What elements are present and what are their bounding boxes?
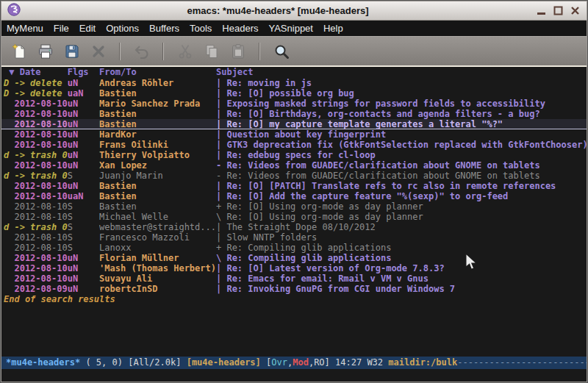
message-subject: | GTK3 deprecation fix (GtkFontSelection… — [216, 140, 587, 150]
menu-item-headers[interactable]: Headers — [217, 21, 263, 36]
message-subject: + Re: [O] Using org-mode as day planner — [216, 201, 587, 212]
message-date: 2012-08-10 — [4, 99, 68, 109]
close-button[interactable] — [88, 41, 108, 61]
message-row[interactable]: 2012-08-10SFrancesco Mazzoli| Slow NNTP … — [1, 232, 587, 243]
message-date: 2012-08-10 — [4, 109, 68, 119]
menu-item-yasnippet[interactable]: YASnippet — [263, 21, 318, 36]
message-subject: | Re: [O] Birthdays, org-contacts and ag… — [216, 109, 587, 119]
column-header-subject[interactable]: Subject — [216, 67, 587, 78]
menu-item-help[interactable]: Help — [318, 21, 348, 36]
minimize-button[interactable] — [535, 5, 547, 17]
column-header-date[interactable]: ▼ Date — [4, 67, 68, 78]
menu-item-tools[interactable]: Tools — [184, 21, 217, 36]
headers-column-header-line: ▼ Date Flgs From/To Subject — [1, 67, 587, 78]
tool-bar — [1, 36, 587, 65]
message-row[interactable]: 2012-08-10uNBastien| Re: [O] [PATCH] Tra… — [1, 181, 587, 191]
modeline-segment-read-only: RO — [314, 357, 324, 368]
mu4e-headers-buffer[interactable]: ▼ Date Flgs From/To Subject D -> deleteu… — [1, 67, 587, 357]
message-row[interactable]: d -> trash 0Swebmaster@straightd...| The… — [1, 222, 587, 232]
message-row[interactable]: 2012-08-10uN'Mash (Thomas Herbert)| Re: … — [1, 263, 587, 273]
message-date: 2012-08-10 — [4, 232, 68, 243]
message-row[interactable]: 2012-08-10SLanoxx+ Re: Compiling glib ap… — [1, 243, 587, 253]
modeline-segment-plain: ] — [325, 357, 335, 368]
maximize-icon — [553, 5, 564, 16]
toolbar-separator — [119, 43, 121, 60]
column-header-from[interactable]: From/To — [99, 67, 216, 78]
message-subject: | Slow NNTP folders — [216, 232, 587, 243]
title-bar[interactable]: emacs: *mu4e-headers* [mu4e-headers] — [1, 1, 587, 21]
menu-bar: MyMenuFileEditOptionsBuffersToolsHeaders… — [1, 21, 587, 36]
message-from: Mario Sanchez Prada — [99, 99, 216, 109]
message-from: Frans Oilinki — [99, 140, 216, 150]
message-from: Lanoxx — [99, 243, 216, 253]
message-from: Francesco Mazzoli — [99, 232, 216, 243]
message-from: Michael Welle — [99, 212, 216, 222]
message-row[interactable]: 2012-08-10SBastien+ Re: [O] Using org-mo… — [1, 201, 587, 212]
message-row[interactable]: d -> trash 0SJuanjo Marin- Re: Videos fr… — [1, 171, 587, 181]
message-from: Xan Lopez — [99, 160, 216, 171]
message-subject: | Re: [O] possible org bug — [216, 88, 587, 99]
message-subject: | Re: Invoking GnuPG from CGI under Wind… — [216, 284, 587, 294]
close-button[interactable] — [569, 5, 581, 17]
message-date: D -> delete — [4, 78, 68, 88]
modeline-segment-plain: [All/2.0k] — [128, 357, 186, 368]
menu-item-edit[interactable]: Edit — [74, 21, 101, 36]
message-from: Bastien — [99, 109, 216, 119]
message-flags: uN — [68, 129, 99, 140]
menu-item-options[interactable]: Options — [101, 21, 144, 36]
message-row[interactable]: 2012-08-10uNBastien| Re: [O] my capture … — [1, 119, 587, 129]
window-controls — [535, 5, 581, 17]
message-from: Bastien — [99, 181, 216, 191]
message-flags: uN — [68, 284, 99, 294]
message-row[interactable]: 2012-08-10SMichael Welle\ Re: [O] Using … — [1, 212, 587, 222]
end-of-search-results: End of search results — [1, 294, 587, 304]
maximize-button[interactable] — [552, 5, 564, 17]
message-flags: uN — [68, 181, 99, 191]
message-date: 2012-08-10 — [4, 191, 68, 201]
new-file-button[interactable] — [9, 41, 29, 61]
message-date: d -> trash 0 — [4, 222, 68, 232]
message-date: 2012-08-10 — [4, 212, 68, 222]
message-row[interactable]: 2012-08-10uNFrans Oilinki| GTK3 deprecat… — [1, 140, 587, 150]
message-flags: uN — [68, 78, 99, 88]
modeline-segment-overwrite: Ovr — [271, 357, 287, 368]
message-row[interactable]: 2012-08-10uNBastien| Re: [O] Birthdays, … — [1, 109, 587, 119]
undo-icon — [133, 43, 151, 60]
modeline-segment-major-mode: [mu4e-headers] — [187, 357, 261, 368]
modeline-segment-buffer-name: *mu4e-headers* — [6, 357, 80, 368]
modeline-segment-dashes: ------------------------------ — [457, 357, 587, 368]
message-subject: \ Re: Compiling glib applications — [216, 253, 587, 263]
message-row[interactable]: 2012-08-10uNSuvayu Ali| Re: Emacs for em… — [1, 273, 587, 284]
message-row[interactable]: d -> trash 0uNThierry Volpiatto| Re: ede… — [1, 150, 587, 160]
menu-item-mymenu[interactable]: MyMenu — [1, 21, 49, 36]
print-button[interactable] — [35, 41, 55, 61]
message-subject: - Re: Videos from GUADEC/clarification a… — [216, 171, 587, 181]
message-from: 'Mash (Thomas Herbert) — [99, 263, 216, 273]
message-date: 2012-08-10 — [4, 160, 68, 171]
message-flags: uN — [68, 253, 99, 263]
message-date: 2012-08-10 — [4, 263, 68, 273]
message-subject: | Re: [O] Add the capture feature "%(sex… — [216, 191, 587, 201]
message-row[interactable]: 2012-08-10uNFlorian Müllner\ Re: Compili… — [1, 253, 587, 263]
save-button[interactable] — [62, 41, 82, 61]
message-row[interactable]: D -> deleteuaNBastien| Re: [O] possible … — [1, 88, 587, 99]
message-subject: | Re: [O] [PATCH] Translate refs to rc a… — [216, 181, 587, 191]
message-row[interactable]: 2012-08-09uNrobertcInSD| Re: Invoking Gn… — [1, 284, 587, 294]
message-row[interactable]: D -> deleteuNAndreas Röhler| Re: moving … — [1, 78, 587, 88]
search-button[interactable] — [271, 41, 291, 61]
message-row[interactable]: 2012-08-10uNXan Lopez- Re: Videos from G… — [1, 160, 587, 171]
menu-item-buffers[interactable]: Buffers — [144, 21, 184, 36]
column-header-flags[interactable]: Flgs — [68, 67, 99, 78]
echo-area[interactable] — [1, 369, 587, 382]
message-row[interactable]: 2012-08-10uaNBastien| Re: [O] Add the ca… — [1, 191, 587, 201]
menu-item-file[interactable]: File — [49, 21, 74, 36]
modeline-segment-folder: maildir:/bulk — [388, 357, 457, 368]
message-row[interactable]: 2012-08-10uNHardKor| Question about key … — [1, 129, 587, 140]
new-file-icon — [10, 43, 28, 60]
message-date: 2012-08-10 — [4, 129, 68, 140]
message-from: webmaster@straightd... — [99, 222, 216, 232]
message-date: 2012-08-10 — [4, 201, 68, 212]
message-subject: - Re: Videos from GUADEC/clarification a… — [216, 160, 587, 171]
message-row[interactable]: 2012-08-10uNMario Sanchez Prada| Exposin… — [1, 99, 587, 109]
message-date: D -> delete — [4, 88, 68, 99]
